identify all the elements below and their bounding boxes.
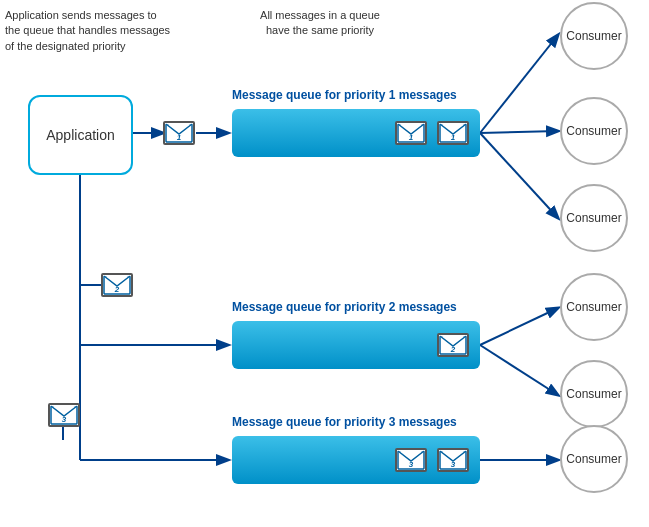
consumer-circle-1: Consumer <box>560 2 628 70</box>
svg-text:1: 1 <box>177 133 182 142</box>
q1-msg1: 1 <box>395 121 427 145</box>
queue1-label: Message queue for priority 1 messages <box>232 88 457 102</box>
queue1-bar: 1 1 <box>232 109 480 157</box>
svg-text:2: 2 <box>114 285 120 294</box>
q3-msg1: 3 <box>395 448 427 472</box>
q2-msg1: 2 <box>437 333 469 357</box>
queue3-bar: 3 3 <box>232 436 480 484</box>
msg-icon-p1-single: 1 <box>160 121 198 145</box>
msg-envelope-p3a: 3 <box>48 403 80 427</box>
q3-msg2: 3 <box>437 448 469 472</box>
svg-line-8 <box>480 308 558 345</box>
consumer-circle-3: Consumer <box>560 184 628 252</box>
svg-line-5 <box>480 133 558 218</box>
annotation-app: Application sends messages to the queue … <box>5 8 180 54</box>
q1-msg2: 1 <box>437 121 469 145</box>
annotation-queue: All messages in a queue have the same pr… <box>240 8 400 39</box>
svg-text:1: 1 <box>409 133 414 142</box>
queue2-label: Message queue for priority 2 messages <box>232 300 457 314</box>
diagram: Application sends messages to the queue … <box>0 0 649 527</box>
queue3-label: Message queue for priority 3 messages <box>232 415 457 429</box>
application-label: Application <box>46 127 115 143</box>
queue3-icons: 3 3 <box>392 448 472 472</box>
msg-envelope-p1a: 1 <box>163 121 195 145</box>
svg-line-4 <box>480 131 558 133</box>
svg-line-9 <box>480 345 558 395</box>
svg-text:3: 3 <box>409 460 414 469</box>
queue2-bar: 2 <box>232 321 480 369</box>
svg-line-3 <box>480 35 558 133</box>
msg-icon-p2-single: 2 <box>98 273 136 298</box>
svg-text:3: 3 <box>62 415 67 424</box>
queue2-icons: 2 <box>434 333 472 357</box>
consumer-circle-2: Consumer <box>560 97 628 165</box>
svg-text:3: 3 <box>451 460 456 469</box>
msg-envelope-p2a: 2 <box>101 273 133 297</box>
svg-text:2: 2 <box>450 345 456 354</box>
application-box: Application <box>28 95 133 175</box>
msg-icon-p3-single: 3 <box>45 403 83 428</box>
consumer-circle-5: Consumer <box>560 360 628 428</box>
svg-text:1: 1 <box>451 133 456 142</box>
consumer-circle-6: Consumer <box>560 425 628 493</box>
consumer-circle-4: Consumer <box>560 273 628 341</box>
queue1-icons: 1 1 <box>392 121 472 145</box>
